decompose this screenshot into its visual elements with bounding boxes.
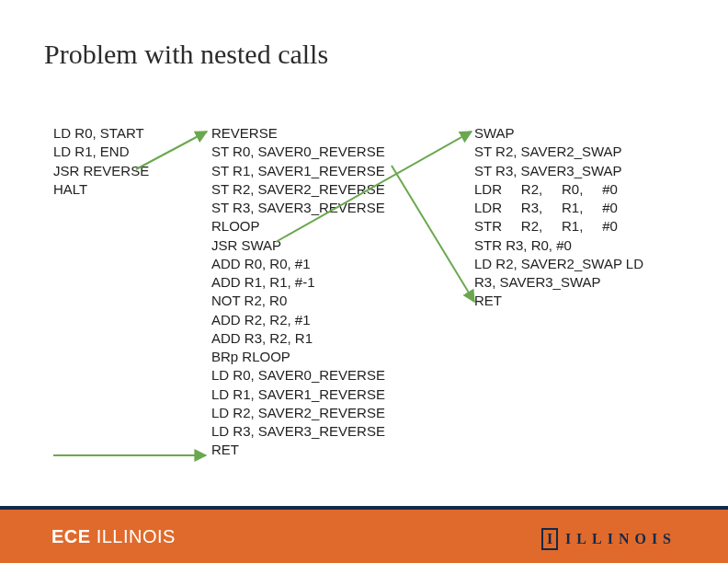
slide: Problem with nested calls LD R0, START L…: [0, 0, 728, 563]
ece-text: ECE: [51, 526, 91, 546]
code-column-main: LD R0, START LD R1, END JSR REVERSE HALT: [53, 124, 210, 199]
footer-ece-logo: ECE ILLINOIS: [51, 526, 176, 547]
footer: ECE ILLINOIS I ILLINOIS: [0, 506, 728, 563]
code-column-reverse: REVERSE ST R0, SAVER0_REVERSE ST R1, SAV…: [211, 124, 460, 460]
code-column-swap: SWAP ST R2, SAVER2_SWAP ST R3, SAVER3_SW…: [474, 124, 704, 311]
illinois-logo: I ILLINOIS: [541, 528, 677, 550]
illinois-i-icon: I: [541, 528, 558, 550]
illinois-text: ILLINOIS: [97, 526, 176, 546]
slide-title: Problem with nested calls: [44, 39, 328, 70]
illinois-wordmark: ILLINOIS: [565, 531, 677, 547]
